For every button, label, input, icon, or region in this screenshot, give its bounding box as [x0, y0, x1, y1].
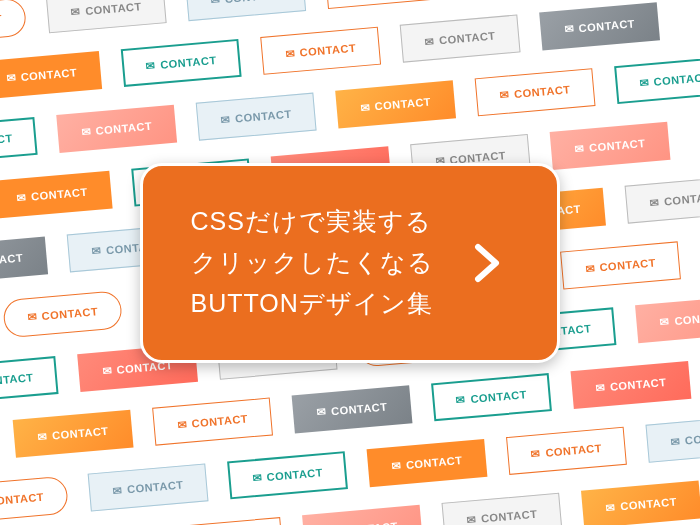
mail-icon: ✉: [252, 471, 263, 485]
contact-button: ✉CONTACT: [400, 14, 521, 62]
contact-button-label: CONTACT: [470, 388, 527, 405]
contact-button-label: CONTACT: [374, 95, 431, 112]
contact-button: ✉CONTACT: [292, 385, 413, 433]
contact-button-label: CONTACT: [439, 29, 496, 46]
contact-button: ✉CONTACT: [0, 0, 27, 46]
contact-button-label: CONTACT: [664, 191, 700, 208]
contact-button-label: CONTACT: [610, 376, 667, 393]
mail-icon: ✉: [316, 405, 327, 419]
contact-button-label: CONTACT: [299, 42, 356, 59]
contact-button: ✉CONTACT: [227, 451, 348, 499]
hero-card[interactable]: CSSだけで実装する クリックしたくなる BUTTONデザイン集: [140, 163, 560, 363]
contact-button: ✉CONTACT: [56, 105, 177, 153]
contact-button: ✉CONTACT: [0, 356, 59, 404]
mail-icon: ✉: [220, 112, 231, 126]
contact-button-label: CONTACT: [52, 425, 109, 442]
contact-button: ✉CONTACT: [625, 176, 700, 224]
contact-button-label: CONTACT: [684, 430, 700, 447]
mail-icon: ✉: [70, 5, 81, 19]
mail-icon: ✉: [424, 34, 435, 48]
contact-button-label: CONTACT: [514, 83, 571, 100]
mail-icon: ✉: [499, 88, 510, 102]
contact-button-label: CONTACT: [589, 137, 646, 154]
contact-button: ✉CONTACT: [0, 171, 113, 219]
contact-button: ✉CONTACT: [581, 480, 700, 525]
hero-line-1: CSSだけで実装する: [191, 207, 432, 235]
contact-button: ✉CONTACT: [163, 517, 284, 525]
contact-button: ✉CONTACT: [88, 463, 209, 511]
contact-button: ✉CONTACT: [185, 0, 306, 21]
contact-button: ✉CONTACT: [367, 439, 488, 487]
mail-icon: ✉: [37, 430, 48, 444]
mail-icon: ✉: [6, 71, 17, 85]
contact-button-label: CONTACT: [0, 252, 24, 269]
contact-button: ✉CONTACT: [121, 39, 242, 87]
contact-button: ✉CONTACT: [13, 410, 134, 458]
contact-button: ✉CONTACT: [645, 415, 700, 463]
contact-button: ✉CONTACT: [431, 373, 552, 421]
mail-icon: ✉: [585, 261, 596, 275]
contact-button: ✉CONTACT: [614, 56, 700, 104]
contact-button: ✉CONTACT: [550, 122, 671, 170]
mail-icon: ✉: [649, 195, 660, 209]
mail-icon: ✉: [595, 381, 606, 395]
contact-button: ✉CONTACT: [506, 427, 627, 475]
contact-button-label: CONTACT: [191, 413, 248, 430]
mail-icon: ✉: [564, 22, 575, 36]
contact-button: ✉CONTACT: [0, 51, 102, 99]
hero-title: CSSだけで実装する クリックしたくなる BUTTONデザイン集: [191, 201, 434, 325]
mail-icon: ✉: [210, 0, 221, 7]
contact-button: ✉CONTACT: [560, 241, 681, 289]
contact-button-label: CONTACT: [20, 66, 77, 83]
contact-button: ✉CONTACT: [302, 505, 423, 525]
contact-button-label: CONTACT: [0, 132, 13, 149]
contact-button-label: CONTACT: [266, 466, 323, 483]
mail-icon: ✉: [16, 190, 27, 204]
mail-icon: ✉: [574, 142, 585, 156]
contact-button-label: CONTACT: [545, 442, 602, 459]
chevron-right-icon: [462, 239, 510, 287]
contact-button-label: CONTACT: [341, 520, 398, 525]
contact-button-label: CONTACT: [331, 400, 388, 417]
contact-button: ✉CONTACT: [0, 476, 69, 524]
contact-button: ✉CONTACT: [0, 237, 48, 285]
mail-icon: ✉: [27, 310, 38, 324]
mail-icon: ✉: [81, 125, 92, 139]
contact-button: ✉CONTACT: [571, 361, 692, 409]
contact-button-label: CONTACT: [95, 120, 152, 137]
mail-icon: ✉: [606, 500, 617, 514]
contact-button-label: CONTACT: [160, 54, 217, 71]
mail-icon: ✉: [102, 364, 113, 378]
mail-icon: ✉: [660, 315, 671, 329]
mail-icon: ✉: [466, 513, 477, 525]
hero-line-2: クリックしたくなる: [191, 248, 434, 276]
contact-button-label: CONTACT: [0, 491, 44, 508]
contact-button-label: CONTACT: [599, 256, 656, 273]
mail-icon: ✉: [456, 393, 467, 407]
mail-icon: ✉: [391, 459, 402, 473]
contact-button-label: CONTACT: [0, 12, 3, 29]
contact-button: ✉CONTACT: [475, 68, 596, 116]
contact-button: ✉CONTACT: [335, 80, 456, 128]
contact-button: ✉CONTACT: [46, 0, 167, 33]
contact-button-label: CONTACT: [41, 305, 98, 322]
mail-icon: ✉: [177, 417, 188, 431]
contact-button-label: CONTACT: [653, 71, 700, 88]
contact-button: ✉CONTACT: [0, 117, 38, 165]
contact-button-label: CONTACT: [31, 186, 88, 203]
contact-button: ✉CONTACT: [325, 0, 446, 9]
contact-button-label: CONTACT: [224, 0, 281, 5]
contact-button-label: CONTACT: [578, 17, 635, 34]
contact-button: ✉CONTACT: [635, 295, 700, 343]
contact-button: ✉CONTACT: [2, 290, 123, 338]
contact-button-label: CONTACT: [127, 478, 184, 495]
contact-button: ✉CONTACT: [539, 2, 660, 50]
mail-icon: ✉: [112, 483, 123, 497]
contact-button-label: CONTACT: [235, 108, 292, 125]
contact-button: ✉CONTACT: [442, 493, 563, 525]
mail-icon: ✉: [91, 244, 102, 258]
contact-button-label: CONTACT: [674, 310, 700, 327]
contact-button-label: CONTACT: [85, 0, 142, 17]
mail-icon: ✉: [360, 100, 371, 114]
mail-icon: ✉: [145, 59, 156, 73]
